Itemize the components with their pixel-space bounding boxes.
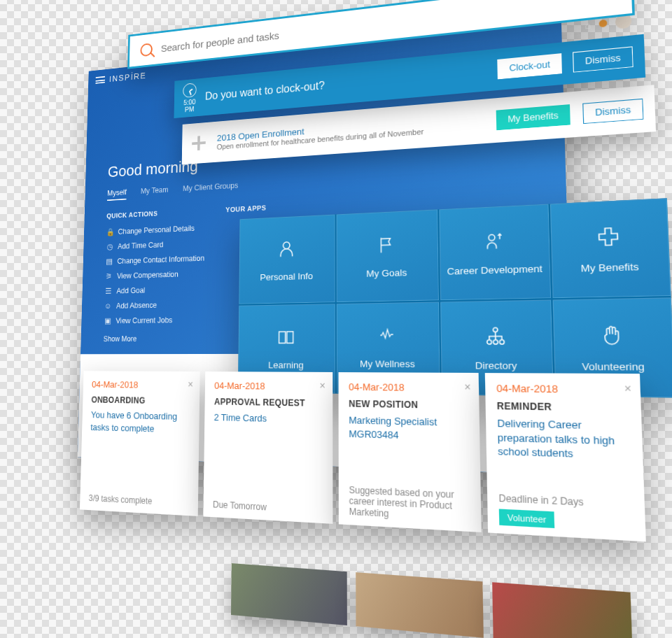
notification-cards: × 04-Mar-2018 ONBOARDING You have 6 Onbo… [80, 371, 646, 541]
plus-icon [190, 134, 206, 153]
tab-my-team[interactable]: My Team [141, 185, 169, 199]
nav-tabs: Myself My Team My Client Groups [85, 151, 566, 206]
card-body: 2 Time Cards [214, 411, 323, 427]
card-new-position[interactable]: × 04-Mar-2018 NEW POSITION Marketing Spe… [339, 372, 482, 532]
card-title: REMINDER [497, 401, 629, 414]
svg-point-5 [499, 339, 504, 343]
thumbnail-image[interactable] [231, 563, 347, 625]
card-footer: Due Tomorrow [213, 493, 323, 516]
clock-out-button[interactable]: Clock-out [498, 53, 562, 79]
money-icon: ⚞ [105, 269, 113, 284]
tab-client-groups[interactable]: My Client Groups [183, 181, 238, 197]
flag-icon [377, 234, 397, 259]
dismiss-clock-button[interactable]: Dismiss [573, 46, 634, 73]
clock-icon [183, 83, 197, 98]
menu-icon[interactable] [96, 76, 106, 84]
svg-point-1 [489, 234, 495, 241]
card-reminder[interactable]: × 04-Mar-2018 REMINDER Delivering Career… [485, 373, 646, 541]
tile-label: My Benefits [580, 260, 639, 274]
card-footer-text: Deadline in 2 Days [498, 492, 584, 508]
person-icon [276, 238, 297, 263]
person-icon: ☺ [104, 299, 112, 314]
clock-icon: ◷ [106, 240, 113, 255]
search-icon [140, 43, 153, 57]
svg-point-4 [493, 339, 498, 343]
thumbnail-image[interactable] [492, 582, 633, 638]
card-title: APPROVAL REQUEST [214, 397, 323, 409]
volunteer-button[interactable]: Volunteer [499, 509, 555, 528]
tile-label: My Wellness [360, 358, 415, 369]
card-title: ONBOARDING [91, 395, 190, 406]
org-tree-icon [484, 325, 507, 350]
image-thumbnails-row [231, 563, 633, 638]
list-icon: ☰ [104, 284, 112, 299]
briefcase-icon: ▣ [104, 314, 111, 329]
card-approval-request[interactable]: × 04-Mar-2018 APPROVAL REQUEST 2 Time Ca… [203, 371, 332, 524]
card-body: Delivering Career preparation talks to h… [497, 416, 631, 462]
svg-point-0 [283, 241, 290, 248]
card-body: Marketing Specialist MGR03484 [349, 413, 468, 444]
tab-myself[interactable]: Myself [107, 188, 127, 201]
qa-label: View Compensation [117, 267, 178, 284]
my-benefits-button[interactable]: My Benefits [496, 104, 571, 130]
hand-icon [600, 323, 624, 351]
notification-badge-icon[interactable] [599, 20, 608, 28]
tile-label: My Goals [366, 267, 407, 278]
home-icon[interactable]: ⌂ [584, 20, 592, 31]
card-date: 04-Mar-2018 [214, 380, 323, 392]
clock-time: 5:00 PM [183, 83, 197, 113]
qa-label: Add Goal [116, 283, 145, 299]
qa-label: Add Absence [116, 298, 157, 314]
your-apps-heading: YOUR APPS [225, 204, 266, 214]
book-icon [276, 327, 296, 351]
card-onboarding[interactable]: × 04-Mar-2018 ONBOARDING You have 6 Onbo… [80, 371, 200, 516]
card-footer: Deadline in 2 Days Volunteer [498, 486, 633, 532]
tile-label: Career Development [447, 263, 542, 277]
tile-label: Directory [475, 360, 517, 371]
tile-my-benefits[interactable]: My Benefits [550, 198, 671, 298]
clock-time-period: PM [185, 106, 194, 113]
lock-icon: 🔒 [106, 225, 114, 240]
thumbnail-image[interactable] [356, 572, 484, 638]
card-date: 04-Mar-2018 [496, 383, 628, 396]
card-date: 04-Mar-2018 [92, 379, 190, 390]
quick-actions-heading: QUICK ACTIONS [106, 210, 158, 220]
medical-plus-icon [596, 225, 622, 253]
qa-label: Add Time Card [118, 238, 164, 255]
dismiss-enrollment-button[interactable]: Dismiss [582, 99, 643, 124]
growth-icon [482, 230, 504, 256]
card-date: 04-Mar-2018 [349, 381, 468, 394]
tile-label: Learning [268, 360, 304, 370]
tile-career-development[interactable]: Career Development [439, 204, 550, 301]
qa-label: View Current Jobs [115, 313, 172, 329]
card-footer: Suggested based on your career interest … [349, 478, 470, 524]
tile-my-goals[interactable]: My Goals [336, 209, 439, 302]
brand-logo: iNSPİRE [109, 71, 146, 83]
clock-out-message: Do you want to clock-out? [205, 64, 487, 102]
wellness-icon [376, 327, 398, 349]
tile-label: Volunteering [582, 360, 645, 372]
card-body: You have 6 Onboarding tasks to complete [90, 409, 190, 436]
card-icon: ▤ [105, 255, 113, 269]
svg-point-2 [493, 327, 498, 332]
card-footer: 3/9 tasks complete [89, 488, 189, 509]
svg-point-3 [486, 339, 491, 343]
card-title: NEW POSITION [349, 399, 468, 411]
